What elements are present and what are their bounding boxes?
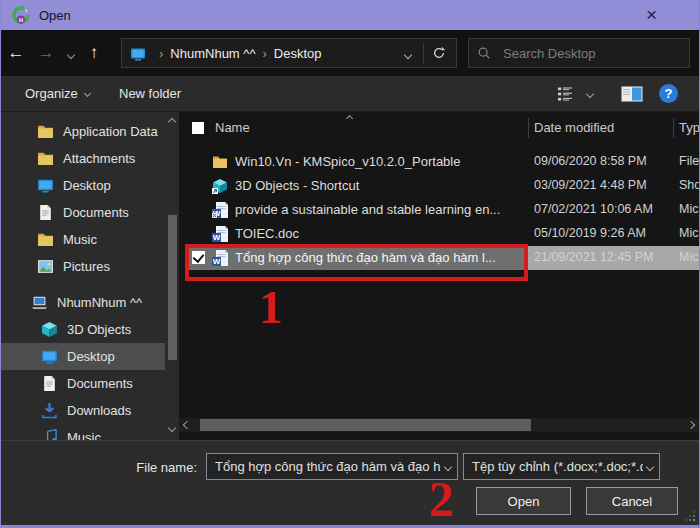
sidebar-item-label: Pictures: [63, 259, 110, 274]
folder-icon: [37, 231, 54, 248]
file-date-modified: 07/02/2021 10:06 AM: [534, 202, 653, 216]
window-title: Open: [39, 8, 71, 23]
dialog-footer: File name: Tổng hợp công thức đạo hàm và…: [1, 440, 699, 528]
file-date-modified: 09/06/2020 8:58 PM: [534, 154, 647, 168]
music-icon: [41, 429, 58, 440]
svg-text:H: H: [19, 17, 23, 23]
search-icon: [477, 46, 491, 60]
preview-pane-icon[interactable]: [621, 76, 643, 111]
sidebar-item-desktop[interactable]: Desktop: [1, 172, 165, 199]
sidebar-item-application-data[interactable]: Application Data: [1, 118, 165, 145]
close-icon[interactable]: ×: [646, 3, 657, 27]
word-cut-icon: W: [212, 202, 228, 218]
search-box[interactable]: [468, 38, 690, 68]
history-dropdown-icon[interactable]: [61, 44, 81, 62]
breadcrumb[interactable]: › NhumNhum ^^ › Desktop: [121, 38, 457, 68]
file-name: Win10.Vn - KMSpico_v10.2.0_Portable: [235, 154, 523, 169]
organize-button[interactable]: Organize: [25, 76, 90, 111]
file-list: Name Date modified Typ Win10.Vn - KMSpic…: [179, 112, 699, 440]
column-header-name[interactable]: Name: [215, 120, 250, 135]
horizontal-scroll-thumb[interactable]: [200, 419, 531, 431]
scroll-left-icon[interactable]: [183, 421, 191, 429]
breadcrumb-item-desktop[interactable]: Desktop: [274, 46, 322, 61]
sidebar-item-nhumnhum-[interactable]: NhumNhum ^^: [1, 289, 165, 316]
folder-icon: [37, 123, 54, 140]
document-icon: [37, 204, 54, 221]
file-row[interactable]: W provide a sustainable and stable learn…: [179, 198, 699, 222]
resize-grip[interactable]: [683, 509, 695, 521]
column-divider[interactable]: [673, 118, 674, 138]
file-type: Mic: [679, 250, 698, 264]
file-type: Mic: [679, 202, 698, 216]
desktop-icon: [41, 348, 58, 365]
sidebar-item-label: Downloads: [67, 403, 131, 418]
new-folder-button[interactable]: New folder: [119, 76, 181, 111]
back-button[interactable]: ←: [1, 43, 31, 63]
sidebar-item-label: 3D Objects: [67, 322, 131, 337]
file-date-modified: 05/10/2019 9:26 AM: [534, 226, 646, 240]
file-name: provide a sustainable and stable learnin…: [235, 202, 523, 217]
search-input[interactable]: [501, 45, 681, 62]
up-button[interactable]: ↑: [81, 43, 107, 63]
forward-button[interactable]: →: [31, 43, 61, 63]
file-name-label: File name:: [97, 460, 197, 475]
file-row[interactable]: 3D Objects - Shortcut 03/09/2021 4:48 PM…: [179, 174, 699, 198]
horizontal-scrollbar[interactable]: [179, 418, 699, 432]
file-type-combobox[interactable]: Tệp tùy chỉnh (*.docx;*.doc;*.do: [463, 453, 660, 480]
annotation-box-selected-file: [185, 244, 528, 281]
scroll-up-icon[interactable]: [168, 118, 176, 126]
open-button[interactable]: Open: [476, 487, 571, 515]
file-name-combobox[interactable]: Tổng hợp công thức đạo hàm và đạo h: [206, 453, 458, 480]
sidebar-item-3d-objects[interactable]: 3D Objects: [1, 316, 165, 343]
details-view-icon[interactable]: [557, 76, 577, 111]
folder-icon: [37, 150, 54, 167]
sidebar-item-documents[interactable]: Documents: [1, 199, 165, 226]
sidebar-item-downloads[interactable]: Downloads: [1, 397, 165, 424]
desktop-icon: [130, 46, 146, 60]
sidebar-item-documents[interactable]: Documents: [1, 370, 165, 397]
sidebar-scroll-thumb[interactable]: [168, 215, 177, 360]
file-type: Mic: [679, 226, 698, 240]
column-header-type[interactable]: Typ: [679, 120, 699, 135]
document-icon: [41, 375, 58, 392]
sidebar-scrollbar[interactable]: [165, 112, 179, 440]
sort-ascending-icon: [346, 115, 353, 122]
desktop-icon: [37, 177, 54, 194]
sidebar-item-label: Desktop: [67, 349, 115, 364]
refresh-icon[interactable]: [426, 46, 452, 60]
app-icon: H: [11, 5, 31, 25]
help-button[interactable]: ?: [659, 76, 678, 111]
column-divider[interactable]: [528, 118, 529, 138]
cube-shortcut-icon: [212, 178, 228, 194]
sidebar-item-pictures[interactable]: Pictures: [1, 253, 165, 280]
file-row[interactable]: W TOIEC.doc 05/10/2019 9:26 AM Mic: [179, 222, 699, 246]
scroll-right-icon[interactable]: [687, 421, 695, 429]
sidebar-item-desktop[interactable]: Desktop: [1, 343, 165, 370]
navigation-pane: Application Data Attachments Desktop Doc…: [1, 112, 179, 440]
annotation-step-1: 1: [259, 284, 283, 331]
picture-icon: [37, 258, 54, 275]
breadcrumb-item-user[interactable]: NhumNhum ^^: [170, 46, 255, 61]
navigation-bar: ← → ↑ › NhumNhum ^^ › Desktop: [1, 30, 699, 76]
sidebar-item-music[interactable]: Music: [1, 226, 165, 253]
sidebar-item-music[interactable]: Music: [1, 424, 165, 440]
file-date-modified: 03/09/2021 4:48 PM: [534, 178, 647, 192]
chevron-down-icon[interactable]: [444, 462, 452, 470]
cancel-button[interactable]: Cancel: [586, 487, 678, 515]
cube-icon: [41, 321, 58, 338]
nav-arrows: ← → ↑: [1, 30, 107, 76]
organize-label: Organize: [25, 86, 78, 101]
scroll-down-icon[interactable]: [168, 424, 176, 432]
file-name: 3D Objects - Shortcut: [235, 178, 523, 193]
select-all-checkbox[interactable]: [192, 122, 204, 134]
sidebar-item-attachments[interactable]: Attachments: [1, 145, 165, 172]
sidebar-item-label: Documents: [67, 376, 133, 391]
views-dropdown-icon[interactable]: [587, 76, 593, 111]
file-row[interactable]: Win10.Vn - KMSpico_v10.2.0_Portable 09/0…: [179, 150, 699, 174]
address-dropdown-icon[interactable]: [395, 44, 421, 62]
file-type: Sho: [679, 178, 699, 192]
svg-text:W: W: [213, 233, 221, 242]
column-header-date-modified[interactable]: Date modified: [534, 120, 614, 135]
chevron-down-icon[interactable]: [646, 462, 654, 470]
file-type-value: Tệp tùy chỉnh (*.docx;*.doc;*.do: [472, 459, 643, 474]
